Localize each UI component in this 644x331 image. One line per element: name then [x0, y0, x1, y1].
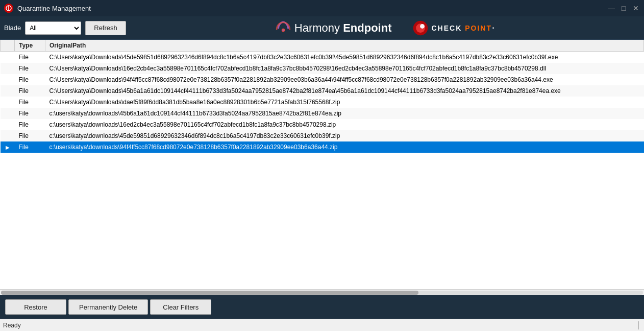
table-row[interactable]: ▶Filec:\users\katya\downloads\94f4ff5cc8…	[1, 141, 644, 153]
status-divider	[638, 321, 639, 329]
title-bar: Quarantine Management — □ ✕	[0, 0, 644, 16]
row-path: C:\Users\katya\Downloads\45b6a1a61dc1091…	[45, 85, 644, 97]
permanently-delete-button[interactable]: Permanently Delete	[68, 299, 148, 315]
restore-button[interactable]: Restore	[5, 299, 66, 315]
col-header-type[interactable]: Type	[15, 40, 45, 52]
table-row[interactable]: FileC:\Users\katya\Downloads\daef5f89f6d…	[1, 97, 644, 108]
app-icon	[4, 4, 13, 13]
row-arrow-cell	[1, 85, 15, 97]
row-type: File	[15, 85, 45, 97]
toolbar: Blade All Refresh Harmony Endpoint	[0, 16, 644, 40]
minimize-button[interactable]: —	[607, 4, 615, 12]
harmony-text: Harmony Endpoint	[294, 21, 392, 35]
row-path: C:\Users\katya\Downloads\94f4ff5cc87f68c…	[45, 74, 644, 85]
horizontal-scrollbar-area[interactable]	[0, 289, 644, 295]
window-title: Quarantine Management	[17, 5, 91, 12]
row-arrow-cell	[1, 108, 15, 119]
row-type: File	[15, 63, 45, 74]
table-row[interactable]: Filec:\users\katya\downloads\45de59851d6…	[1, 130, 644, 141]
row-path: c:\users\katya\downloads\94f4ff5cc87f68c…	[45, 141, 644, 153]
status-text: Ready	[3, 322, 636, 329]
clear-filters-button[interactable]: Clear Filters	[150, 299, 211, 315]
svg-point-7	[420, 24, 425, 29]
table-row[interactable]: FileC:\Users\katya\Downloads\94f4ff5cc87…	[1, 74, 644, 85]
row-arrow-cell	[1, 52, 15, 63]
row-path: c:\users\katya\downloads\45b6a1a61dc1091…	[45, 108, 644, 119]
blade-label: Blade	[4, 24, 21, 32]
bottom-bar: Restore Permanently Delete Clear Filters	[0, 295, 644, 319]
row-type: File	[15, 108, 45, 119]
quarantine-table: Type OriginalPath FileC:\Users\katya\Dow…	[0, 40, 644, 153]
col-header-path[interactable]: OriginalPath	[45, 40, 644, 52]
col-header-arrow	[1, 40, 15, 52]
blade-select[interactable]: All	[25, 21, 81, 35]
harmony-logo: Harmony Endpoint	[275, 21, 392, 35]
title-bar-left: Quarantine Management	[4, 4, 91, 13]
row-type: File	[15, 97, 45, 108]
table-row[interactable]: FileC:\Users\katya\Downloads\16ed2cb4ec3…	[1, 63, 644, 74]
refresh-button[interactable]: Refresh	[85, 21, 126, 35]
row-type: File	[15, 119, 45, 130]
table-container[interactable]: Type OriginalPath FileC:\Users\katya\Dow…	[0, 40, 644, 289]
checkpoint-logo: CHECK POINT⋅	[412, 20, 495, 36]
checkpoint-text: CHECK POINT⋅	[432, 24, 495, 32]
row-type: File	[15, 52, 45, 63]
row-arrow-cell	[1, 63, 15, 74]
checkpoint-icon	[412, 20, 429, 36]
table-row[interactable]: FileC:\Users\katya\Downloads\45b6a1a61dc…	[1, 85, 644, 97]
row-arrow-cell	[1, 97, 15, 108]
scrollbar-thumb[interactable]	[1, 291, 418, 295]
row-path: C:\Users\katya\Downloads\45de59851d68929…	[45, 52, 644, 63]
row-type: File	[15, 130, 45, 141]
table-row[interactable]: FileC:\Users\katya\Downloads\45de59851d6…	[1, 52, 644, 63]
row-path: c:\users\katya\downloads\45de59851d68929…	[45, 130, 644, 141]
row-arrow-cell	[1, 74, 15, 85]
row-arrow-icon: ▶	[6, 145, 10, 150]
main-content: Type OriginalPath FileC:\Users\katya\Dow…	[0, 40, 644, 295]
row-arrow-cell: ▶	[1, 141, 15, 153]
table-row[interactable]: Filec:\users\katya\downloads\45b6a1a61dc…	[1, 108, 644, 119]
maximize-button[interactable]: □	[620, 4, 628, 12]
svg-point-4	[282, 29, 284, 31]
row-path: C:\Users\katya\Downloads\16ed2cb4ec3a558…	[45, 63, 644, 74]
window-controls: — □ ✕	[607, 4, 640, 12]
logo-area: Harmony Endpoint CHECK POINT⋅	[130, 20, 640, 36]
row-path: c:\users\katya\downloads\16ed2cb4ec3a558…	[45, 119, 644, 130]
harmony-logo-icon	[275, 21, 291, 35]
row-type: File	[15, 74, 45, 85]
status-bar: Ready	[0, 319, 644, 331]
row-arrow-cell	[1, 130, 15, 141]
close-button[interactable]: ✕	[632, 4, 640, 12]
row-type: File	[15, 141, 45, 153]
table-row[interactable]: Filec:\users\katya\downloads\16ed2cb4ec3…	[1, 119, 644, 130]
row-arrow-cell	[1, 119, 15, 130]
row-path: C:\Users\katya\Downloads\daef5f89f6dd8a3…	[45, 97, 644, 108]
horizontal-scrollbar[interactable]	[1, 291, 643, 295]
